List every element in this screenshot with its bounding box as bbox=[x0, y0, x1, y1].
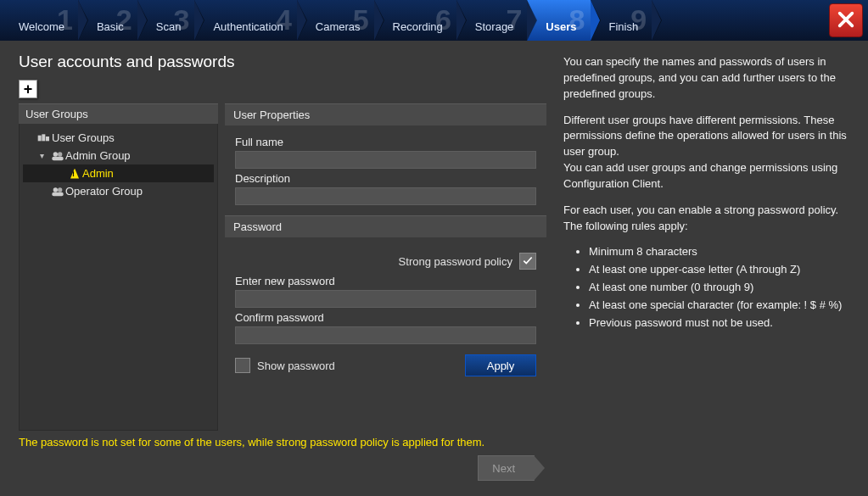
step-cameras[interactable]: Cameras5 bbox=[297, 0, 374, 41]
confirm-password-input[interactable] bbox=[235, 326, 536, 344]
svg-rect-8 bbox=[52, 192, 63, 196]
password-rule: At least one special character (for exam… bbox=[589, 298, 853, 314]
password-rule: At least one number (0 through 9) bbox=[589, 280, 853, 296]
password-rule: At least one upper-case letter (A throug… bbox=[589, 262, 853, 278]
warning-message: The password is not set for some of the … bbox=[19, 436, 546, 449]
collapse-icon: ▾ bbox=[40, 151, 50, 160]
full-name-input[interactable] bbox=[235, 151, 536, 169]
svg-rect-2 bbox=[46, 137, 49, 141]
svg-point-3 bbox=[53, 152, 58, 156]
svg-point-7 bbox=[58, 187, 62, 192]
groups-icon bbox=[36, 132, 52, 144]
password-rule: Previous password must not be used. bbox=[589, 315, 853, 332]
confirm-password-label: Confirm password bbox=[235, 311, 536, 324]
plus-icon: + bbox=[24, 81, 33, 98]
svg-rect-5 bbox=[52, 156, 63, 160]
apply-button[interactable]: Apply bbox=[465, 354, 536, 376]
user-groups-tree: User Groups ▾ Admin Group Admin bbox=[19, 124, 218, 431]
check-icon bbox=[522, 254, 534, 269]
add-user-button[interactable]: + bbox=[19, 80, 37, 98]
password-header: Password bbox=[225, 215, 546, 237]
strong-password-policy-checkbox[interactable] bbox=[519, 253, 536, 270]
warning-icon bbox=[70, 169, 79, 179]
password-rule: Minimum 8 characters bbox=[589, 244, 853, 260]
svg-point-6 bbox=[53, 187, 58, 192]
user-properties-header: User Properties bbox=[225, 103, 546, 125]
description-input[interactable] bbox=[235, 187, 536, 205]
help-paragraph: You can specify the names and passwords … bbox=[563, 54, 853, 103]
svg-rect-1 bbox=[42, 134, 45, 141]
password-rules-list: Minimum 8 characters At least one upper-… bbox=[589, 244, 853, 331]
step-storage[interactable]: Storage7 bbox=[456, 0, 528, 41]
tree-header: User Groups bbox=[19, 103, 218, 124]
svg-rect-0 bbox=[38, 135, 42, 141]
enter-password-label: Enter new password bbox=[235, 275, 536, 287]
svg-point-4 bbox=[58, 152, 62, 156]
wizard-step-bar: Welcome1 Basic2 Scan3 Authentication4 Ca… bbox=[0, 0, 868, 41]
help-paragraph: For each user, you can enable a strong p… bbox=[563, 203, 853, 235]
full-name-label: Full name bbox=[235, 136, 536, 148]
users-icon bbox=[50, 150, 65, 162]
step-authentication[interactable]: Authentication4 bbox=[194, 0, 296, 41]
close-icon bbox=[837, 10, 855, 31]
help-paragraph: Different user groups have different per… bbox=[563, 113, 853, 192]
tree-operator-group[interactable]: Operator Group bbox=[23, 182, 214, 200]
strong-password-policy-label: Strong password policy bbox=[399, 255, 512, 268]
step-welcome[interactable]: Welcome1 bbox=[0, 0, 78, 41]
tree-root-user-groups[interactable]: User Groups bbox=[23, 129, 214, 147]
page-title: User accounts and passwords bbox=[19, 53, 546, 71]
close-button[interactable] bbox=[829, 3, 863, 37]
help-panel: You can specify the names and passwords … bbox=[558, 41, 868, 496]
step-recording[interactable]: Recording6 bbox=[374, 0, 456, 41]
tree-admin-user[interactable]: Admin bbox=[23, 164, 214, 182]
tree-admin-group[interactable]: ▾ Admin Group bbox=[23, 147, 214, 164]
enter-password-input[interactable] bbox=[235, 290, 536, 308]
users-icon bbox=[50, 186, 65, 198]
show-password-label: Show password bbox=[257, 359, 335, 372]
description-label: Description bbox=[235, 172, 536, 185]
show-password-checkbox[interactable] bbox=[235, 358, 250, 373]
next-button[interactable]: Next bbox=[478, 455, 535, 481]
